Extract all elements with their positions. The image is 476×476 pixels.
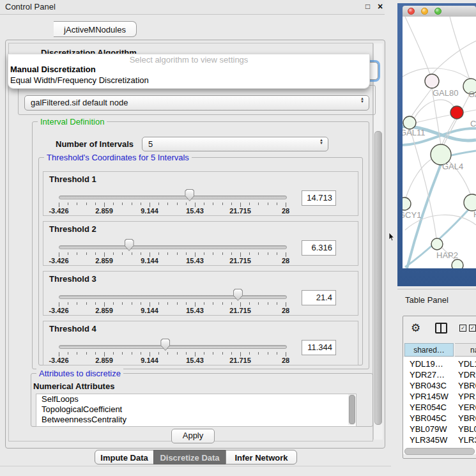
table-row[interactable]: YBR045CYBR0 bbox=[403, 413, 476, 424]
tick-mark bbox=[113, 352, 114, 355]
cell-shared-name: YDL19… bbox=[410, 358, 443, 369]
bottom-tab-discretize-data[interactable]: Discretize Data bbox=[153, 450, 226, 464]
table-row[interactable]: YER054CYER0 bbox=[403, 402, 476, 413]
tick-mark bbox=[158, 302, 159, 305]
tick-label: 9.144 bbox=[141, 357, 158, 364]
threshold-value-field[interactable]: 21.4 bbox=[302, 290, 336, 305]
split-columns-icon[interactable] bbox=[435, 323, 447, 334]
close-icon[interactable]: × bbox=[378, 1, 383, 12]
network-node[interactable] bbox=[464, 194, 476, 211]
tick-mark bbox=[222, 203, 223, 205]
tick-mark bbox=[104, 352, 105, 357]
network-graph: GAL80GACGAL11GAL4GCY1HHAP2 bbox=[403, 17, 476, 268]
slider-thumb[interactable] bbox=[233, 289, 243, 301]
tick-mark bbox=[286, 252, 286, 257]
table-row[interactable]: YLR345WYLR3 bbox=[403, 434, 476, 445]
cell-name: YBR0 bbox=[458, 380, 476, 391]
close-button[interactable] bbox=[408, 8, 415, 15]
node-label: GAL80 bbox=[433, 88, 458, 98]
tick-mark bbox=[213, 302, 213, 305]
tick-mark bbox=[222, 252, 223, 255]
table-row[interactable]: YDL19…YDL1 bbox=[403, 358, 476, 369]
tab-jactivemnodules[interactable]: jActiveMNodules bbox=[54, 21, 137, 37]
vertical-scrollbar-thumb[interactable] bbox=[374, 131, 382, 425]
tick-label: -3.426 bbox=[49, 357, 68, 364]
tick-mark bbox=[231, 352, 232, 355]
tick-mark bbox=[167, 352, 168, 355]
tick-mark bbox=[240, 352, 241, 357]
bottom-tab-infer-network[interactable]: Infer Network bbox=[226, 450, 297, 464]
bottom-tab-impute-data[interactable]: Impute Data bbox=[95, 450, 154, 464]
threshold-panel: Threshold 3-3.4262.8599.14415.4321.71528… bbox=[43, 271, 358, 316]
table-data-combo[interactable]: galFiltered.sif default node ▲▼ bbox=[24, 95, 369, 111]
horizontal-scrollbar-thumb[interactable] bbox=[404, 448, 475, 455]
threshold-value-field[interactable]: 6.316 bbox=[302, 240, 336, 256]
thresholds-group: Threshold's Coordinates for 5 Intervals … bbox=[38, 157, 363, 365]
list-item-selfloops[interactable]: SelfLoops bbox=[36, 394, 356, 404]
network-view-canvas[interactable]: GAL80GACGAL11GAL4GCY1HHAP2 bbox=[403, 17, 476, 268]
tick-mark bbox=[122, 203, 123, 205]
tick-mark bbox=[141, 352, 141, 355]
slider-thumb[interactable] bbox=[160, 339, 170, 351]
tick-mark bbox=[86, 302, 87, 305]
tick-label: 2.859 bbox=[95, 357, 113, 364]
network-window-titlebar[interactable] bbox=[403, 6, 476, 17]
table-row[interactable]: YPR145WYPR1 bbox=[403, 391, 476, 402]
network-node[interactable] bbox=[403, 197, 411, 210]
table-row[interactable]: YIL053CYIL0 bbox=[403, 445, 476, 447]
list-item-topologicalcoefficient[interactable]: TopologicalCoefficient bbox=[36, 404, 356, 415]
control-panel-titlebar bbox=[0, 0, 385, 15]
tick-mark bbox=[268, 203, 268, 205]
algorithm-dropdown-popup: Select algorithm to view settings Manual… bbox=[8, 54, 370, 89]
tick-label: 21.715 bbox=[229, 307, 251, 314]
float-window-icon[interactable]: □ bbox=[365, 2, 370, 11]
threshold-value-field[interactable]: 11.344 bbox=[302, 340, 336, 355]
threshold-panel: Threshold 4-3.4262.8599.14415.4321.71528… bbox=[43, 321, 358, 365]
cell-shared-name: YBR045C bbox=[410, 413, 447, 424]
thresholds-group-label: Threshold's Coordinates for 5 Intervals bbox=[44, 153, 192, 162]
attributes-scrollbar-thumb[interactable] bbox=[349, 395, 355, 424]
network-node[interactable] bbox=[452, 259, 463, 268]
tick-mark bbox=[167, 203, 168, 205]
tick-label: 2.859 bbox=[95, 307, 113, 314]
mouse-cursor bbox=[388, 233, 395, 242]
menu-item-equal-width-frequency-discretization[interactable]: Equal Width/Frequency Discretization bbox=[10, 75, 149, 85]
slider-thumb[interactable] bbox=[125, 239, 134, 251]
network-node[interactable] bbox=[403, 116, 416, 129]
tick-label: 28 bbox=[282, 257, 289, 265]
number-of-intervals-combo[interactable]: 5 ▲▼ bbox=[142, 137, 328, 151]
menu-item-manual-discretization[interactable]: Manual Discretization bbox=[10, 65, 96, 74]
tick-mark bbox=[141, 252, 141, 255]
slider-track[interactable] bbox=[59, 345, 287, 349]
column-header-name[interactable]: na bbox=[455, 343, 476, 357]
tick-label: 21.715 bbox=[229, 257, 251, 265]
network-node[interactable] bbox=[431, 238, 443, 250]
minimize-button[interactable] bbox=[421, 8, 428, 15]
checkbox-icon[interactable]: ✓ bbox=[469, 325, 476, 332]
cell-name: YDR2 bbox=[458, 369, 476, 380]
table-row[interactable]: YBL079WYBL0 bbox=[403, 424, 476, 434]
threshold-title: Threshold 1 bbox=[49, 174, 96, 184]
checkbox-icon[interactable]: ✓ bbox=[459, 325, 466, 332]
list-item-betweennesscentrality[interactable]: BetweennessCentrality bbox=[36, 415, 356, 425]
slider-thumb[interactable] bbox=[185, 189, 194, 201]
network-node[interactable] bbox=[450, 106, 463, 119]
apply-button[interactable]: Apply bbox=[171, 429, 215, 443]
tick-mark bbox=[222, 302, 223, 305]
slider-track[interactable] bbox=[59, 245, 287, 249]
table-row[interactable]: YBR043CYBR0 bbox=[403, 380, 476, 391]
tick-mark bbox=[186, 252, 187, 255]
column-header-shared-name[interactable]: shared… bbox=[404, 343, 454, 357]
tick-mark bbox=[213, 203, 213, 205]
slider-track[interactable] bbox=[59, 196, 287, 199]
tick-mark bbox=[104, 203, 105, 207]
table-row[interactable]: YDR27…YDR2 bbox=[403, 369, 476, 380]
tick-mark bbox=[95, 252, 96, 255]
tick-label: 9.144 bbox=[141, 307, 158, 314]
cell-shared-name: YBL079W bbox=[410, 424, 447, 434]
gear-icon[interactable]: ⚙ bbox=[411, 321, 420, 335]
zoom-button[interactable] bbox=[434, 8, 441, 15]
network-node[interactable] bbox=[425, 74, 439, 88]
threshold-value-field[interactable]: 14.713 bbox=[302, 190, 336, 206]
slider-track[interactable] bbox=[59, 295, 287, 299]
